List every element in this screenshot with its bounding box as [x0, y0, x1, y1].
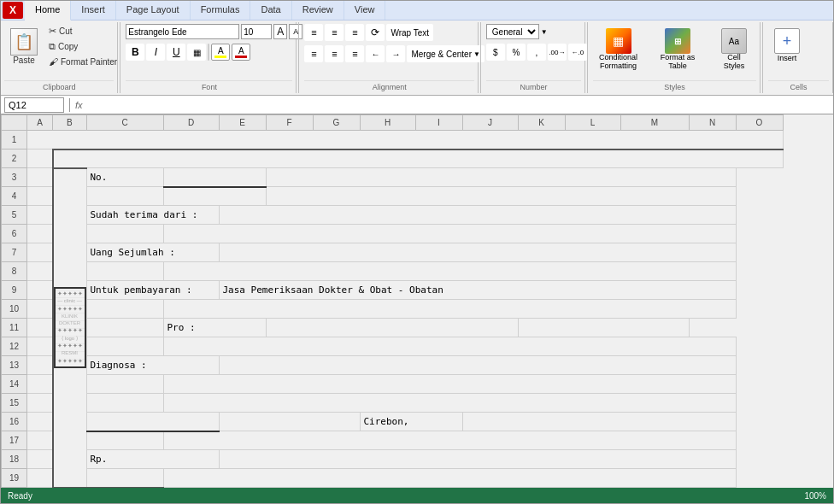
- paste-button[interactable]: 📋 Paste: [4, 24, 44, 69]
- r13c1[interactable]: [27, 356, 53, 375]
- format-as-table-button[interactable]: ⊞ Format as Table: [647, 24, 708, 75]
- r2c1[interactable]: [27, 149, 53, 168]
- col-hdr-i[interactable]: I: [415, 115, 462, 131]
- col-hdr-j[interactable]: J: [462, 115, 518, 131]
- row-hdr-9[interactable]: 9: [2, 281, 27, 300]
- r4c1[interactable]: [27, 187, 53, 206]
- copy-button[interactable]: ⧉ Copy: [45, 39, 120, 54]
- align-right[interactable]: ≡: [345, 45, 364, 62]
- r14d[interactable]: [86, 375, 163, 394]
- row-hdr-18[interactable]: 18: [2, 450, 27, 469]
- italic-button[interactable]: I: [146, 44, 165, 61]
- tab-page-layout[interactable]: Page Layout: [116, 1, 191, 20]
- number-format-select[interactable]: General: [486, 24, 539, 39]
- r16-cirebon-line[interactable]: [462, 413, 736, 431]
- cell-reference-input[interactable]: [4, 97, 64, 113]
- cell-styles-button[interactable]: Aa Cell Styles: [712, 24, 756, 75]
- row-hdr-17[interactable]: 17: [2, 431, 27, 450]
- row-hdr-6[interactable]: 6: [2, 225, 27, 243]
- tab-home[interactable]: Home: [25, 1, 71, 21]
- col-hdr-o[interactable]: O: [736, 115, 783, 131]
- row-hdr-2[interactable]: 2: [2, 149, 27, 168]
- r8d[interactable]: [86, 262, 163, 281]
- r10c1[interactable]: [27, 300, 53, 319]
- col-hdr-g[interactable]: G: [313, 115, 360, 131]
- col-hdr-k[interactable]: K: [518, 115, 565, 131]
- tab-insert[interactable]: Insert: [71, 1, 116, 20]
- row1-content[interactable]: [27, 131, 784, 149]
- r3c1[interactable]: [27, 168, 53, 187]
- underline-button[interactable]: U: [167, 44, 185, 61]
- r4d[interactable]: [86, 187, 163, 206]
- r14c1[interactable]: [27, 375, 53, 394]
- tab-data[interactable]: Data: [250, 1, 291, 20]
- indent-increase[interactable]: →: [386, 45, 405, 62]
- align-left[interactable]: ≡: [304, 45, 323, 62]
- wrap-text-button[interactable]: Wrap Text: [386, 24, 433, 41]
- merge-center-button[interactable]: Merge & Center ▼: [407, 45, 485, 62]
- align-top-left[interactable]: ≡: [304, 24, 323, 41]
- r7c1[interactable]: [27, 243, 53, 262]
- row-hdr-19[interactable]: 19: [2, 469, 27, 488]
- r6d[interactable]: [86, 225, 163, 243]
- align-center[interactable]: ≡: [325, 45, 344, 62]
- r4e[interactable]: [163, 187, 266, 206]
- col-hdr-b[interactable]: B: [53, 115, 87, 131]
- row-hdr-13[interactable]: 13: [2, 356, 27, 375]
- font-size-increase[interactable]: A: [273, 24, 287, 39]
- row-hdr-7[interactable]: 7: [2, 243, 27, 262]
- row-hdr-3[interactable]: 3: [2, 168, 27, 187]
- col-hdr-m[interactable]: M: [620, 115, 689, 131]
- tab-view[interactable]: View: [344, 1, 386, 20]
- r12d[interactable]: [86, 337, 163, 356]
- col-hdr-d[interactable]: D: [163, 115, 219, 131]
- r8c1[interactable]: [27, 262, 53, 281]
- row-hdr-16[interactable]: 16: [2, 413, 27, 431]
- col-hdr-l[interactable]: L: [565, 115, 620, 131]
- r17c1[interactable]: [27, 431, 53, 450]
- col-hdr-h[interactable]: H: [360, 115, 415, 131]
- col-hdr-f[interactable]: F: [266, 115, 313, 131]
- col-hdr-n[interactable]: N: [689, 115, 736, 131]
- formula-input[interactable]: [86, 97, 830, 113]
- r11-pro-line[interactable]: [266, 319, 518, 337]
- conditional-formatting-button[interactable]: ▦ ConditionalFormatting: [593, 24, 643, 75]
- bold-button[interactable]: B: [126, 44, 144, 61]
- row-hdr-11[interactable]: 11: [2, 319, 27, 337]
- font-size-input[interactable]: [241, 24, 272, 39]
- align-top-center[interactable]: ≡: [325, 24, 344, 41]
- row-hdr-5[interactable]: 5: [2, 206, 27, 225]
- r6c1[interactable]: [27, 225, 53, 243]
- angle-text[interactable]: ⟳: [366, 24, 385, 41]
- tab-formulas[interactable]: Formulas: [191, 1, 251, 20]
- row-hdr-1[interactable]: 1: [2, 131, 27, 149]
- r19c1[interactable]: [27, 469, 53, 488]
- font-color-button[interactable]: A: [232, 44, 250, 61]
- r16c1[interactable]: [27, 413, 53, 431]
- r11c1[interactable]: [27, 319, 53, 337]
- col-hdr-c[interactable]: C: [86, 115, 163, 131]
- border-button[interactable]: ▦: [187, 44, 206, 61]
- format-painter-button[interactable]: 🖌 Format Painter: [45, 55, 120, 68]
- font-name-input[interactable]: [126, 24, 239, 39]
- row-hdr-4[interactable]: 4: [2, 187, 27, 206]
- row-hdr-8[interactable]: 8: [2, 262, 27, 281]
- row-hdr-15[interactable]: 15: [2, 394, 27, 413]
- cut-button[interactable]: ✂ Cut: [45, 24, 120, 38]
- r10d[interactable]: [86, 300, 163, 319]
- tab-review[interactable]: Review: [292, 1, 344, 20]
- r17d[interactable]: [86, 431, 163, 450]
- row-hdr-12[interactable]: 12: [2, 337, 27, 356]
- r5c1[interactable]: [27, 206, 53, 225]
- r2-content[interactable]: [53, 149, 784, 168]
- r15d[interactable]: [86, 394, 163, 413]
- r3-no-line[interactable]: [163, 168, 266, 187]
- decrease-decimal[interactable]: ←.0: [568, 44, 587, 61]
- currency-btn[interactable]: $: [486, 44, 505, 61]
- highlight-color-button[interactable]: A: [211, 44, 230, 61]
- percent-btn[interactable]: %: [507, 44, 526, 61]
- r5-dashed-line[interactable]: [219, 206, 736, 225]
- r18c1[interactable]: [27, 450, 53, 469]
- grid-scroll[interactable]: A B C D E F G H I J K L M: [1, 114, 833, 488]
- indent-decrease[interactable]: ←: [366, 45, 385, 62]
